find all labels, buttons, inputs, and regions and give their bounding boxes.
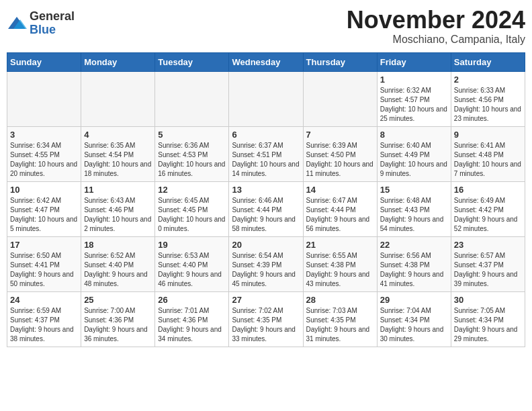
calendar-cell: 25Sunrise: 7:00 AMSunset: 4:36 PMDayligh… [81,291,155,347]
day-info: Sunrise: 6:45 AMSunset: 4:45 PMDaylight:… [158,196,226,234]
calendar-cell: 3Sunrise: 6:34 AMSunset: 4:55 PMDaylight… [7,126,81,181]
logo: General Blue [7,7,75,37]
calendar: SundayMondayTuesdayWednesdayThursdayFrid… [7,52,525,347]
day-info: Sunrise: 6:32 AMSunset: 4:57 PMDaylight:… [380,86,448,124]
header: General Blue November 2024 Moschiano, Ca… [7,7,525,46]
calendar-cell: 6Sunrise: 6:37 AMSunset: 4:51 PMDaylight… [229,126,303,181]
day-info: Sunrise: 6:48 AMSunset: 4:43 PMDaylight:… [380,196,448,234]
day-number: 15 [380,185,448,195]
day-number: 9 [454,130,522,140]
calendar-cell: 27Sunrise: 7:02 AMSunset: 4:35 PMDayligh… [229,291,303,347]
calendar-cell: 24Sunrise: 6:59 AMSunset: 4:37 PMDayligh… [7,291,81,347]
calendar-cell: 21Sunrise: 6:55 AMSunset: 4:38 PMDayligh… [303,236,377,291]
day-of-week-header: Friday [377,52,451,71]
day-number: 13 [232,185,300,195]
calendar-cell [7,71,81,126]
day-number: 14 [306,185,374,195]
day-of-week-header: Wednesday [229,52,303,71]
day-info: Sunrise: 6:47 AMSunset: 4:44 PMDaylight:… [306,196,374,234]
title-area: November 2024 Moschiano, Campania, Italy [347,7,525,46]
calendar-cell [81,71,155,126]
day-number: 5 [158,130,226,140]
day-number: 24 [10,295,78,305]
day-number: 25 [84,295,152,305]
calendar-cell: 16Sunrise: 6:49 AMSunset: 4:42 PMDayligh… [451,181,525,236]
day-info: Sunrise: 6:56 AMSunset: 4:38 PMDaylight:… [380,251,448,289]
calendar-week-row: 24Sunrise: 6:59 AMSunset: 4:37 PMDayligh… [7,291,525,347]
day-info: Sunrise: 7:04 AMSunset: 4:34 PMDaylight:… [380,306,448,344]
day-number: 12 [158,185,226,195]
calendar-cell: 4Sunrise: 6:35 AMSunset: 4:54 PMDaylight… [81,126,155,181]
day-info: Sunrise: 6:49 AMSunset: 4:42 PMDaylight:… [454,196,522,234]
day-number: 7 [306,130,374,140]
day-of-week-header: Thursday [303,52,377,71]
day-info: Sunrise: 6:59 AMSunset: 4:37 PMDaylight:… [10,306,78,344]
day-info: Sunrise: 7:00 AMSunset: 4:36 PMDaylight:… [84,306,152,344]
day-info: Sunrise: 7:02 AMSunset: 4:35 PMDaylight:… [232,306,300,344]
day-number: 4 [84,130,152,140]
day-of-week-header: Monday [81,52,155,71]
calendar-cell: 17Sunrise: 6:50 AMSunset: 4:41 PMDayligh… [7,236,81,291]
logo-icon [7,15,27,32]
day-number: 3 [10,130,78,140]
calendar-cell [155,71,229,126]
calendar-cell: 11Sunrise: 6:43 AMSunset: 4:46 PMDayligh… [81,181,155,236]
calendar-cell: 19Sunrise: 6:53 AMSunset: 4:40 PMDayligh… [155,236,229,291]
day-info: Sunrise: 6:40 AMSunset: 4:49 PMDaylight:… [380,141,448,179]
day-info: Sunrise: 6:53 AMSunset: 4:40 PMDaylight:… [158,251,226,289]
calendar-cell: 26Sunrise: 7:01 AMSunset: 4:36 PMDayligh… [155,291,229,347]
calendar-cell: 14Sunrise: 6:47 AMSunset: 4:44 PMDayligh… [303,181,377,236]
logo-blue: Blue [30,23,56,36]
day-info: Sunrise: 6:43 AMSunset: 4:46 PMDaylight:… [84,196,152,234]
day-info: Sunrise: 7:03 AMSunset: 4:35 PMDaylight:… [306,306,374,344]
day-info: Sunrise: 7:01 AMSunset: 4:36 PMDaylight:… [158,306,226,344]
day-number: 21 [306,240,374,250]
day-number: 6 [232,130,300,140]
calendar-week-row: 1Sunrise: 6:32 AMSunset: 4:57 PMDaylight… [7,71,525,126]
day-number: 2 [454,75,522,85]
day-info: Sunrise: 6:39 AMSunset: 4:50 PMDaylight:… [306,141,374,179]
calendar-cell: 22Sunrise: 6:56 AMSunset: 4:38 PMDayligh… [377,236,451,291]
day-info: Sunrise: 6:34 AMSunset: 4:55 PMDaylight:… [10,141,78,179]
day-info: Sunrise: 6:41 AMSunset: 4:48 PMDaylight:… [454,141,522,179]
day-number: 27 [232,295,300,305]
day-info: Sunrise: 6:52 AMSunset: 4:40 PMDaylight:… [84,251,152,289]
day-info: Sunrise: 6:36 AMSunset: 4:53 PMDaylight:… [158,141,226,179]
calendar-cell: 8Sunrise: 6:40 AMSunset: 4:49 PMDaylight… [377,126,451,181]
logo-text: General Blue [30,10,75,37]
calendar-cell: 28Sunrise: 7:03 AMSunset: 4:35 PMDayligh… [303,291,377,347]
day-of-week-header: Tuesday [155,52,229,71]
calendar-cell: 29Sunrise: 7:04 AMSunset: 4:34 PMDayligh… [377,291,451,347]
day-info: Sunrise: 6:57 AMSunset: 4:37 PMDaylight:… [454,251,522,289]
calendar-cell: 5Sunrise: 6:36 AMSunset: 4:53 PMDaylight… [155,126,229,181]
month-title: November 2024 [347,7,525,34]
day-number: 18 [84,240,152,250]
calendar-cell: 13Sunrise: 6:46 AMSunset: 4:44 PMDayligh… [229,181,303,236]
calendar-cell: 2Sunrise: 6:33 AMSunset: 4:56 PMDaylight… [451,71,525,126]
day-info: Sunrise: 6:35 AMSunset: 4:54 PMDaylight:… [84,141,152,179]
calendar-cell: 23Sunrise: 6:57 AMSunset: 4:37 PMDayligh… [451,236,525,291]
calendar-week-row: 17Sunrise: 6:50 AMSunset: 4:41 PMDayligh… [7,236,525,291]
day-number: 19 [158,240,226,250]
location: Moschiano, Campania, Italy [347,34,525,46]
calendar-cell [229,71,303,126]
calendar-cell: 7Sunrise: 6:39 AMSunset: 4:50 PMDaylight… [303,126,377,181]
calendar-cell: 1Sunrise: 6:32 AMSunset: 4:57 PMDaylight… [377,71,451,126]
calendar-cell: 9Sunrise: 6:41 AMSunset: 4:48 PMDaylight… [451,126,525,181]
day-number: 17 [10,240,78,250]
logo-general: General [30,9,75,23]
calendar-header-row: SundayMondayTuesdayWednesdayThursdayFrid… [7,52,525,71]
calendar-cell: 12Sunrise: 6:45 AMSunset: 4:45 PMDayligh… [155,181,229,236]
day-info: Sunrise: 6:55 AMSunset: 4:38 PMDaylight:… [306,251,374,289]
day-number: 29 [380,295,448,305]
day-info: Sunrise: 6:42 AMSunset: 4:47 PMDaylight:… [10,196,78,234]
calendar-cell: 15Sunrise: 6:48 AMSunset: 4:43 PMDayligh… [377,181,451,236]
day-number: 16 [454,185,522,195]
day-number: 11 [84,185,152,195]
calendar-cell [303,71,377,126]
day-number: 20 [232,240,300,250]
day-of-week-header: Saturday [451,52,525,71]
day-info: Sunrise: 7:05 AMSunset: 4:34 PMDaylight:… [454,306,522,344]
day-number: 28 [306,295,374,305]
day-number: 30 [454,295,522,305]
